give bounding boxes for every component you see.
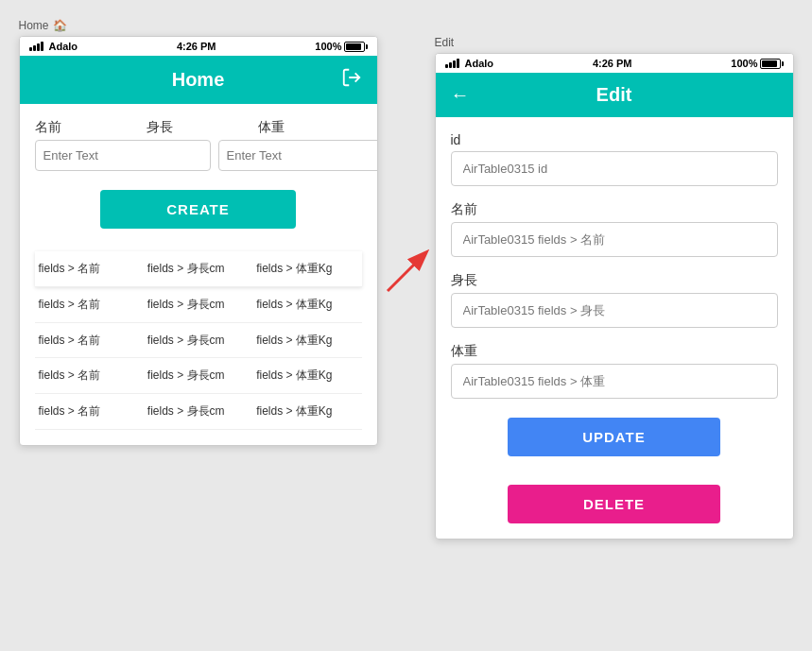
list-cell-height: fields > 身長cm <box>147 368 249 384</box>
edit-height-input[interactable] <box>451 293 778 328</box>
navigation-arrow <box>378 36 435 300</box>
battery-icon <box>344 42 368 52</box>
weight-field-group: 体重 <box>451 343 778 399</box>
edit-height-label: 身長 <box>451 272 778 289</box>
edit-time-display: 4:26 PM <box>593 58 632 69</box>
carrier-name: Adalo <box>49 41 78 52</box>
back-button[interactable]: ← <box>451 84 470 106</box>
list-item[interactable]: fields > 名前 fields > 身長cm fields > 体重Kg <box>35 358 362 394</box>
name-field-group: 名前 <box>451 201 778 257</box>
id-field-group: id <box>451 132 778 186</box>
list-item[interactable]: fields > 名前 fields > 身長cm fields > 体重Kg <box>35 394 362 430</box>
list-section: fields > 名前 fields > 身長cm fields > 体重Kg … <box>35 251 362 430</box>
update-button[interactable]: UPDATE <box>508 418 720 456</box>
breadcrumb-text: Home <box>19 19 49 32</box>
list-cell-name: fields > 名前 <box>39 403 140 420</box>
home-icon: 🏠 <box>53 19 67 32</box>
id-input[interactable] <box>451 151 778 186</box>
edit-phone-frame: Adalo 4:26 PM 100% ← Edit <box>435 53 794 540</box>
form-labels-row: 名前 身長 体重 <box>35 119 362 136</box>
edit-status-bar: Adalo 4:26 PM 100% <box>436 54 793 73</box>
list-cell-weight: fields > 体重Kg <box>256 368 357 384</box>
signal-icon <box>29 42 43 51</box>
label-weight: 体重 <box>258 119 362 136</box>
battery-percent: 100% <box>315 41 341 52</box>
list-cell-weight: fields > 体重Kg <box>256 297 357 313</box>
home-title: Home <box>172 69 225 91</box>
edit-carrier-name: Adalo <box>465 58 494 69</box>
list-cell-weight: fields > 体重Kg <box>256 261 357 277</box>
label-height: 身長 <box>147 119 251 136</box>
list-cell-height: fields > 身長cm <box>147 403 249 420</box>
list-cell-name: fields > 名前 <box>39 297 140 313</box>
edit-name-input[interactable] <box>451 222 778 257</box>
list-cell-height: fields > 身長cm <box>147 261 249 277</box>
home-phone-frame: Adalo 4:26 PM 100% Home <box>19 36 378 446</box>
list-cell-name: fields > 名前 <box>39 261 140 277</box>
list-item[interactable]: fields > 名前 fields > 身長cm fields > 体重Kg <box>35 287 362 323</box>
name-input[interactable] <box>35 140 211 171</box>
list-cell-height: fields > 身長cm <box>147 333 249 349</box>
list-cell-weight: fields > 体重Kg <box>256 403 357 420</box>
edit-breadcrumb-text: Edit <box>435 36 455 49</box>
edit-weight-label: 体重 <box>451 343 778 360</box>
height-input[interactable] <box>218 140 378 171</box>
create-button[interactable]: CREATE <box>100 190 297 229</box>
delete-button[interactable]: DELETE <box>508 485 720 523</box>
edit-battery-percent: 100% <box>731 58 757 69</box>
id-label: id <box>451 132 778 147</box>
list-cell-weight: fields > 体重Kg <box>256 333 357 349</box>
time-display: 4:26 PM <box>177 41 216 52</box>
height-field-group: 身長 <box>451 272 778 328</box>
list-item[interactable]: fields > 名前 fields > 身長cm fields > 体重Kg <box>35 251 362 287</box>
edit-title: Edit <box>596 84 632 106</box>
edit-name-label: 名前 <box>451 201 778 218</box>
home-breadcrumb: Home 🏠 <box>19 19 67 32</box>
edit-signal-icon <box>445 59 459 68</box>
list-item[interactable]: fields > 名前 fields > 身長cm fields > 体重Kg <box>35 323 362 359</box>
home-content: 名前 身長 体重 CREATE fields > 名前 <box>20 104 377 445</box>
list-cell-name: fields > 名前 <box>39 333 140 349</box>
edit-breadcrumb: Edit <box>435 36 455 49</box>
home-status-bar: Adalo 4:26 PM 100% <box>20 37 377 56</box>
edit-battery-icon <box>760 59 784 69</box>
edit-header: ← Edit <box>436 73 793 117</box>
svg-line-2 <box>388 253 425 291</box>
list-cell-name: fields > 名前 <box>39 368 140 384</box>
logout-icon[interactable] <box>341 67 362 93</box>
list-cell-height: fields > 身長cm <box>147 297 249 313</box>
edit-weight-input[interactable] <box>451 364 778 399</box>
label-name: 名前 <box>35 119 139 136</box>
edit-content: id 名前 身長 体重 <box>436 117 793 539</box>
form-inputs-row[interactable] <box>35 140 362 171</box>
home-header: Home <box>20 56 377 104</box>
